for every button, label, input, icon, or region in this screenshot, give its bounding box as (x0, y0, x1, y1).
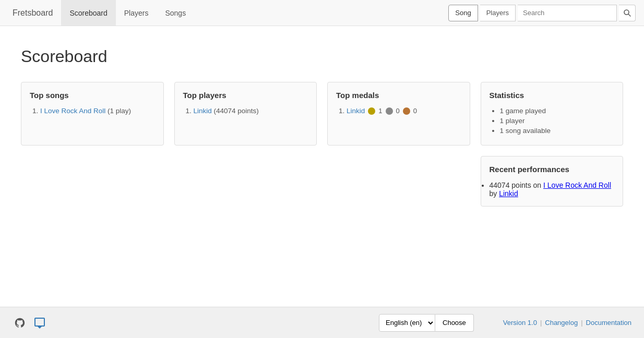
github-icon[interactable] (13, 316, 27, 330)
main-content: Scoreboard Top songs I Love Rock And Rol… (0, 26, 644, 307)
navbar: Fretsboard Scoreboard Players Songs Song… (0, 0, 644, 26)
language-select[interactable]: English (en) (379, 314, 435, 332)
top-songs-card: Top songs I Love Rock And Roll (1 play) (21, 82, 164, 146)
top-players-list: Linkid (44074 points) (183, 107, 308, 115)
recent-performances-list: 44074 points on I Love Rock And Roll by … (490, 181, 615, 198)
chat-icon[interactable] (32, 316, 47, 330)
nav-tab-players[interactable]: Players (116, 0, 157, 26)
bronze-medal-icon (403, 107, 410, 115)
footer: English (en) Choose Version 1.0 | Change… (0, 307, 644, 338)
top-player-link[interactable]: Linkid (194, 107, 212, 115)
top-song-detail: (1 play) (108, 107, 131, 115)
search-icon (624, 9, 631, 17)
recent-perf-text-middle: by (490, 189, 499, 198)
list-item: 44074 points on I Love Rock And Roll by … (490, 181, 615, 198)
statistics-card: Statistics 1 game played 1 player 1 song… (481, 82, 624, 146)
separator: | (581, 319, 582, 327)
silver-medal-count: 0 (396, 107, 400, 115)
top-medal-player-link[interactable]: Linkid (347, 107, 365, 115)
list-item: Linkid 1 0 0 (347, 107, 461, 115)
search-type-players-button[interactable]: Players (480, 5, 516, 21)
silver-medal-icon (386, 107, 393, 115)
recent-perf-text-before: 44074 points on (490, 181, 544, 189)
gold-medal-icon (368, 107, 375, 115)
bronze-medal-count: 0 (413, 107, 417, 115)
footer-language-selector: English (en) Choose (379, 314, 474, 332)
svg-line-1 (628, 14, 630, 16)
top-player-detail: (44074 points) (214, 107, 259, 115)
footer-links: Version 1.0 | Changelog | Documentation (503, 319, 631, 327)
recent-performances-section: Recent performances 44074 points on I Lo… (481, 156, 624, 207)
separator: | (540, 319, 542, 327)
top-medals-card: Top medals Linkid 1 0 0 (327, 82, 470, 146)
list-item: 1 song available (500, 127, 615, 135)
nav-tab-scoreboard[interactable]: Scoreboard (61, 0, 115, 26)
list-item: Linkid (44074 points) (194, 107, 308, 115)
search-input[interactable] (518, 5, 617, 21)
changelog-link[interactable]: Changelog (545, 319, 578, 327)
top-medals-title: Top medals (336, 91, 461, 100)
footer-icons (13, 316, 47, 330)
list-item: I Love Rock And Roll (1 play) (40, 107, 155, 115)
gold-medal-count: 1 (378, 107, 382, 115)
top-medals-list: Linkid 1 0 0 (336, 107, 461, 115)
recent-performances-card: Recent performances 44074 points on I Lo… (481, 156, 624, 207)
medals-row: Linkid 1 0 0 (347, 107, 461, 115)
app-brand: Fretsboard (8, 8, 57, 18)
statistics-title: Statistics (490, 91, 615, 100)
top-song-link[interactable]: I Love Rock And Roll (40, 107, 105, 115)
recent-perf-song-link[interactable]: I Love Rock And Roll (543, 181, 611, 189)
top-players-title: Top players (183, 91, 308, 100)
top-players-card: Top players Linkid (44074 points) (174, 82, 317, 146)
recent-perf-player-link[interactable]: Linkid (499, 189, 518, 198)
documentation-link[interactable]: Documentation (586, 319, 631, 327)
list-item: 1 game played (500, 107, 615, 115)
nav-right: Song Players (448, 5, 636, 21)
choose-button[interactable]: Choose (435, 314, 474, 332)
recent-performances-title: Recent performances (490, 165, 615, 174)
statistics-list: 1 game played 1 player 1 song available (490, 107, 615, 135)
top-songs-title: Top songs (30, 91, 155, 100)
page-title: Scoreboard (21, 47, 623, 66)
nav-tabs: Scoreboard Players Songs (61, 0, 194, 26)
search-type-song-button[interactable]: Song (448, 5, 478, 21)
search-submit-button[interactable] (619, 5, 636, 21)
top-songs-list: I Love Rock And Roll (1 play) (30, 107, 155, 115)
cards-grid: Top songs I Love Rock And Roll (1 play) … (21, 82, 623, 146)
nav-tab-songs[interactable]: Songs (157, 0, 194, 26)
version-link[interactable]: Version 1.0 (503, 319, 537, 327)
list-item: 1 player (500, 117, 615, 125)
